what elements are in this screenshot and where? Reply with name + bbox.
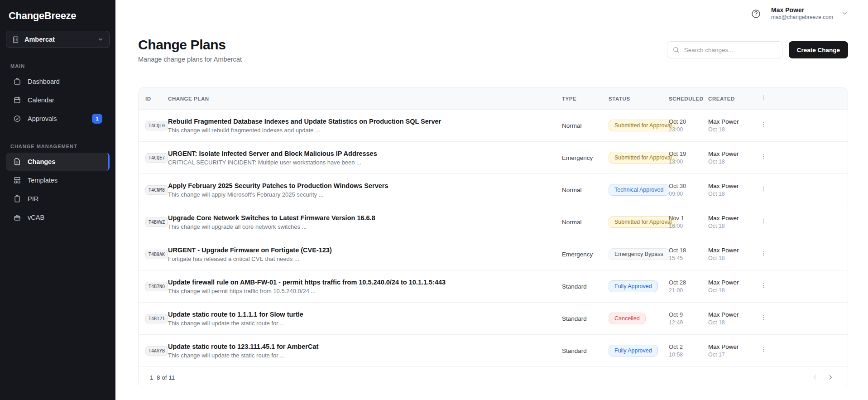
sidebar-item-calendar[interactable]: Calendar xyxy=(6,91,110,109)
change-title[interactable]: Update firewall rule on AMB-FW-01 - perm… xyxy=(168,279,548,286)
page-header: Change Plans Manage change plans for Amb… xyxy=(138,37,848,63)
created-by: Max Power xyxy=(708,247,759,254)
sidebar-item-dashboard[interactable]: Dashboard xyxy=(6,72,110,91)
building-icon xyxy=(12,36,19,43)
change-id-badge: T4B121 xyxy=(145,314,168,323)
org-name: Ambercat xyxy=(24,36,92,43)
scheduled-time: 15:45 xyxy=(669,255,708,261)
search-input[interactable] xyxy=(667,41,782,58)
change-description: This change will update the static route… xyxy=(168,320,548,327)
change-id-badge: T4CQL0 xyxy=(145,121,168,130)
change-type: Standard xyxy=(562,315,609,322)
status-badge: Submitted for Approval xyxy=(609,216,677,228)
pagination-range: 1–8 of 11 xyxy=(150,374,175,381)
scheduled-time: 23:00 xyxy=(669,126,708,133)
table-row[interactable]: T4B121 Update static route to 1.1.1.1 fo… xyxy=(139,303,848,335)
pagination-prev-icon[interactable] xyxy=(811,374,819,381)
sidebar-item-templates[interactable]: Templates xyxy=(6,171,110,189)
change-description: This change will permit https traffic fr… xyxy=(168,288,548,294)
created-by: Max Power xyxy=(708,279,759,286)
change-title[interactable]: URGENT - Upgrade Firmware on Fortigate (… xyxy=(168,246,548,254)
created-by: Max Power xyxy=(708,311,759,318)
help-icon[interactable] xyxy=(751,9,761,19)
row-actions-kebab-icon[interactable] xyxy=(759,217,767,225)
created-date: Oct 18 xyxy=(708,159,759,165)
created-date: Oct 18 xyxy=(708,319,759,326)
col-header-scheduled: SCHEDULED xyxy=(669,96,708,101)
scheduled-time: 12:49 xyxy=(669,319,708,326)
scheduled-date: Nov 1 xyxy=(669,215,708,222)
change-description: This change will apply Microsoft's Febru… xyxy=(168,191,548,198)
check-circle-icon xyxy=(13,115,21,123)
created-date: Oct 17 xyxy=(708,352,759,358)
row-actions-kebab-icon[interactable] xyxy=(759,282,767,289)
col-header-id: ID xyxy=(145,96,168,101)
table-row[interactable]: T4AVYB Update static route to 123.111.45… xyxy=(139,335,848,367)
created-by: Max Power xyxy=(708,215,759,222)
pagination-next-icon[interactable] xyxy=(827,374,834,381)
sidebar-item-pir[interactable]: PIR xyxy=(6,190,110,208)
change-id-badge: T4B9AK xyxy=(145,250,168,259)
table-row[interactable]: T4CQE7 URGENT: Isolate Infected Server a… xyxy=(139,142,848,174)
table-row[interactable]: T4CQL0 Rebuild Fragmented Database Index… xyxy=(139,110,848,142)
briefcase-box-icon xyxy=(13,213,21,222)
change-id-badge: T4CNM8 xyxy=(145,185,168,195)
row-actions-kebab-icon[interactable] xyxy=(759,153,767,160)
created-by: Max Power xyxy=(708,150,759,157)
row-actions-kebab-icon[interactable] xyxy=(759,250,767,257)
change-title[interactable]: URGENT: Isolate Infected Server and Bloc… xyxy=(168,150,548,157)
change-description: This change will update the static route… xyxy=(168,352,548,359)
change-description: This change will upgrade all core networ… xyxy=(168,223,548,230)
user-name: Max Power xyxy=(771,6,833,14)
search-box xyxy=(667,41,782,58)
sidebar-item-approvals[interactable]: Approvals 1 xyxy=(6,110,110,128)
user-menu[interactable]: Max Power max@changebreeze.com xyxy=(771,6,848,21)
scheduled-date: Oct 28 xyxy=(669,279,708,286)
row-actions-kebab-icon[interactable] xyxy=(759,185,767,193)
create-change-button[interactable]: Create Change xyxy=(789,41,848,58)
row-actions-kebab-icon[interactable] xyxy=(759,346,767,353)
change-title[interactable]: Apply February 2025 Security Patches to … xyxy=(168,182,548,189)
scheduled-date: Oct 19 xyxy=(669,150,708,157)
change-type: Normal xyxy=(562,187,609,193)
created-date: Oct 18 xyxy=(708,255,759,261)
change-title[interactable]: Update static route to 1.1.1.1 for Slow … xyxy=(168,311,548,318)
change-title[interactable]: Rebuild Fragmented Database Indexes and … xyxy=(168,118,548,125)
col-header-type: TYPE xyxy=(562,96,609,101)
chevron-down-icon xyxy=(97,36,104,43)
change-id-badge: T4CQE7 xyxy=(145,153,168,163)
row-actions-kebab-icon[interactable] xyxy=(759,121,767,128)
sidebar-item-vcab[interactable]: vCAB xyxy=(6,208,110,227)
org-selector[interactable]: Ambercat xyxy=(6,31,110,48)
change-id-badge: T4B7NO xyxy=(145,282,168,291)
change-title[interactable]: Upgrade Core Network Switches to Latest … xyxy=(168,214,548,222)
layout-icon xyxy=(13,176,21,184)
page-title: Change Plans xyxy=(138,37,242,53)
change-plans-table: ID CHANGE PLAN TYPE STATUS SCHEDULED CRE… xyxy=(138,87,848,388)
sidebar-item-label: Changes xyxy=(28,158,101,165)
status-badge: Emergency Bypass xyxy=(609,248,669,260)
topbar: Max Power max@changebreeze.com xyxy=(138,0,848,25)
col-header-created: CREATED xyxy=(708,96,759,101)
table-row[interactable]: T4B9AK URGENT - Upgrade Firmware on Fort… xyxy=(139,238,848,270)
scheduled-date: Oct 2 xyxy=(669,343,708,350)
scheduled-date: Oct 30 xyxy=(669,183,708,189)
calendar-icon xyxy=(13,96,21,104)
sidebar: ChangeBreeze Ambercat MAIN Dashboard Cal… xyxy=(0,0,115,400)
col-header-status: STATUS xyxy=(609,96,669,101)
change-description: This change will rebuild fragmented inde… xyxy=(168,127,548,134)
status-badge: Fully Approved xyxy=(609,280,658,292)
change-title[interactable]: Update static route to 123.111.45.1 for … xyxy=(168,343,548,350)
scheduled-time: 16:00 xyxy=(669,223,708,229)
column-options-kebab-icon[interactable] xyxy=(759,94,767,101)
row-actions-kebab-icon[interactable] xyxy=(759,314,767,321)
change-type: Emergency xyxy=(562,154,609,161)
table-row[interactable]: T4CNM8 Apply February 2025 Security Patc… xyxy=(139,174,848,206)
change-description: Fortigate has released a critical CVE th… xyxy=(168,255,548,262)
table-row[interactable]: T4B7NO Update firewall rule on AMB-FW-01… xyxy=(139,270,848,303)
file-text-icon xyxy=(13,158,21,166)
sidebar-item-changes[interactable]: Changes xyxy=(6,153,110,171)
created-by: Max Power xyxy=(708,183,759,189)
table-row[interactable]: T4BVWZ Upgrade Core Network Switches to … xyxy=(139,206,848,238)
created-date: Oct 18 xyxy=(708,223,759,229)
